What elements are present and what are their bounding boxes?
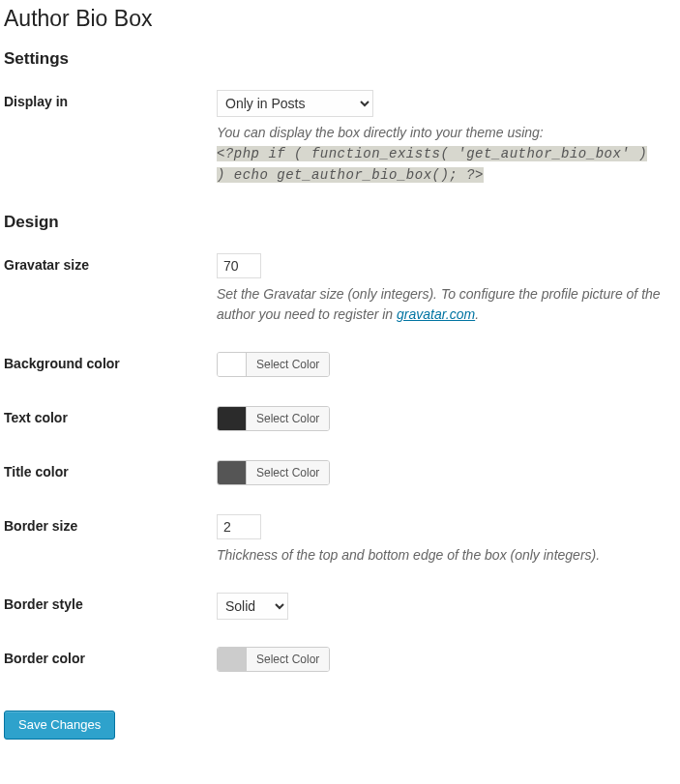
background-color-picker[interactable]: Select Color (217, 352, 330, 377)
title-color-label: Title color (4, 447, 217, 501)
section-heading-settings: Settings (4, 49, 670, 69)
display-in-select[interactable]: Only in Posts (217, 90, 373, 117)
background-color-swatch (218, 353, 247, 376)
gravatar-size-input[interactable] (217, 253, 261, 278)
border-color-swatch (218, 648, 247, 671)
display-in-description: You can display the box directly into yo… (217, 123, 661, 186)
title-color-swatch (218, 461, 247, 484)
border-style-label: Border style (4, 579, 217, 633)
gravatar-link[interactable]: gravatar.com (397, 306, 475, 322)
save-changes-button[interactable]: Save Changes (4, 711, 115, 740)
settings-table: Display in Only in Posts You can display… (4, 76, 670, 199)
page-title: Author Bio Box (4, 6, 670, 32)
display-in-label: Display in (4, 76, 217, 199)
gravatar-size-label: Gravatar size (4, 240, 217, 338)
background-color-button[interactable]: Select Color (247, 353, 329, 376)
php-code-snippet: <?php if ( function_exists( 'get_author_… (217, 146, 647, 183)
text-color-swatch (218, 407, 247, 430)
design-table: Gravatar size Set the Gravatar size (onl… (4, 240, 670, 687)
title-color-picker[interactable]: Select Color (217, 460, 330, 485)
text-color-button[interactable]: Select Color (247, 407, 329, 430)
border-size-input[interactable] (217, 514, 261, 539)
border-size-description: Thickness of the top and bottom edge of … (217, 545, 661, 566)
background-color-label: Background color (4, 338, 217, 392)
gravatar-size-description: Set the Gravatar size (only integers). T… (217, 284, 661, 325)
border-color-label: Border color (4, 633, 217, 687)
section-heading-design: Design (4, 213, 670, 232)
title-color-button[interactable]: Select Color (247, 461, 329, 484)
border-color-button[interactable]: Select Color (247, 648, 329, 671)
border-style-select[interactable]: Solid (217, 593, 288, 620)
text-color-label: Text color (4, 392, 217, 447)
text-color-picker[interactable]: Select Color (217, 406, 330, 431)
border-color-picker[interactable]: Select Color (217, 647, 330, 672)
border-size-label: Border size (4, 501, 217, 579)
